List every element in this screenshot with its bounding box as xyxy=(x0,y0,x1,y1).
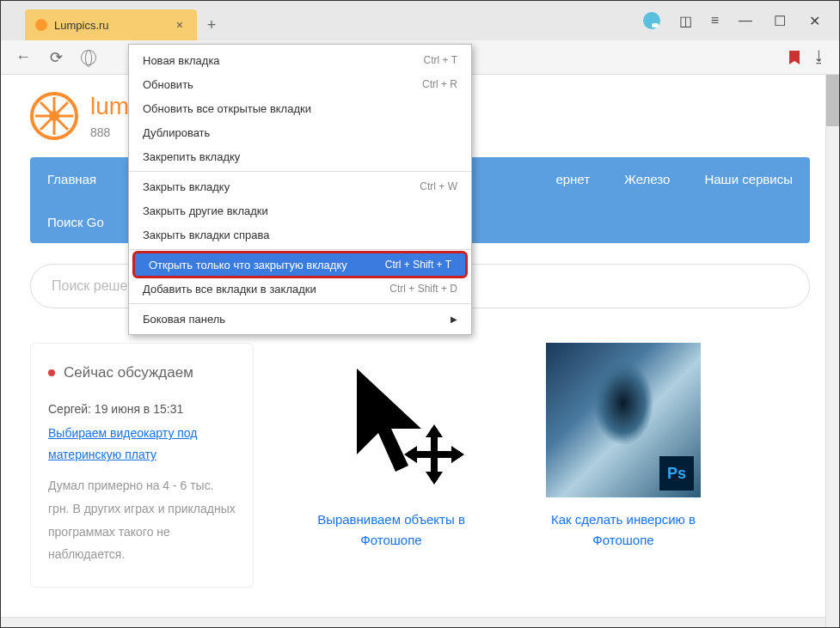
menu-item-label: Добавить все вкладки в закладки xyxy=(143,283,316,296)
tab-strip: Lumpics.ru × + ◫ ≡ — ☐ ✕ xyxy=(1,1,839,40)
menu-item-label: Обновить все открытые вкладки xyxy=(143,102,311,115)
nav-home[interactable]: Главная xyxy=(30,172,113,186)
tab-title: Lumpics.ru xyxy=(54,19,166,32)
site-logo[interactable] xyxy=(30,92,78,140)
site-info-icon[interactable] xyxy=(78,47,99,68)
scrollbar-thumb[interactable] xyxy=(826,75,839,126)
discussion-text: Думал примерно на 4 - 6 тыс. грн. В друг… xyxy=(48,474,236,565)
downloads-button[interactable]: ⭳ xyxy=(812,48,827,66)
menu-item[interactable]: Новая вкладкаCtrl + T xyxy=(129,48,471,72)
article-title[interactable]: Выравниваем объекты в Фотошопе xyxy=(297,509,486,551)
menu-item[interactable]: Боковая панель▶ xyxy=(129,307,471,331)
menu-icon[interactable]: ≡ xyxy=(711,13,719,28)
reload-button[interactable]: ⟳ xyxy=(46,47,66,68)
ps-badge-icon: Ps xyxy=(659,456,694,491)
menu-shortcut: Ctrl + T xyxy=(424,54,457,66)
discussion-meta: Сергей: 19 июня в 15:31 xyxy=(48,402,236,416)
menu-item[interactable]: Закрыть вкладкуCtrl + W xyxy=(129,174,471,198)
nav-hardware[interactable]: Железо xyxy=(607,172,687,186)
menu-item-label: Закрыть вкладки справа xyxy=(143,229,269,241)
bookmarks-panel-icon[interactable]: ◫ xyxy=(679,13,692,29)
menu-item-label: Боковая панель xyxy=(143,313,225,326)
article-card-align[interactable]: Выравниваем объекты в Фотошопе xyxy=(297,343,486,588)
menu-item[interactable]: Закрыть вкладки справа xyxy=(129,223,471,247)
menu-shortcut: Ctrl + W xyxy=(420,180,457,192)
menu-item[interactable]: Добавить все вкладки в закладкиCtrl + Sh… xyxy=(129,277,471,301)
nav-internet[interactable]: ернет xyxy=(538,172,607,186)
close-window-button[interactable]: ✕ xyxy=(806,13,822,28)
menu-item-label: Обновить xyxy=(143,78,193,91)
menu-item[interactable]: Обновить все открытые вкладки xyxy=(129,96,471,120)
nav-services[interactable]: Наши сервисы xyxy=(687,172,810,186)
discussion-heading: Сейчас обсуждаем xyxy=(64,364,193,381)
menu-shortcut: Ctrl + Shift + T xyxy=(385,259,451,271)
menu-divider xyxy=(129,171,471,172)
menu-item-label: Закрепить вкладку xyxy=(143,150,240,163)
menu-item[interactable]: Дублировать xyxy=(129,120,471,144)
menu-item[interactable]: Закрыть другие вкладки xyxy=(129,198,471,223)
tab-context-menu: Новая вкладкаCtrl + TОбновитьCtrl + RОбн… xyxy=(128,44,472,335)
vertical-scrollbar[interactable] xyxy=(825,75,839,627)
menu-shortcut: Ctrl + R xyxy=(422,78,457,90)
article-thumb xyxy=(314,343,469,497)
menu-item[interactable]: Открыть только что закрытую вкладкуCtrl … xyxy=(132,251,468,278)
back-button[interactable]: ← xyxy=(13,47,34,68)
discussion-card: Сейчас обсуждаем Сергей: 19 июня в 15:31… xyxy=(30,343,254,588)
article-thumb: Ps xyxy=(546,343,701,497)
menu-item-label: Новая вкладка xyxy=(143,54,220,67)
discussion-link[interactable]: Выбираем видеокарту под материнскую плат… xyxy=(48,423,236,466)
menu-item-label: Дублировать xyxy=(143,126,210,139)
menu-item[interactable]: Закрепить вкладку xyxy=(129,144,471,168)
weather-icon[interactable] xyxy=(643,12,660,29)
menu-divider xyxy=(129,249,471,250)
live-dot-icon xyxy=(48,369,55,376)
bookmark-icon[interactable] xyxy=(789,51,800,64)
menu-item-label: Закрыть другие вкладки xyxy=(143,204,268,217)
tab-favicon xyxy=(35,19,47,31)
content-row: Сейчас обсуждаем Сергей: 19 июня в 15:31… xyxy=(1,308,839,622)
minimize-button[interactable]: — xyxy=(738,13,753,28)
nav-google-search[interactable]: Поиск Go xyxy=(30,215,121,229)
menu-shortcut: Ctrl + Shift + D xyxy=(389,283,457,295)
article-title[interactable]: Как сделать инверсию в Фотошопе xyxy=(529,509,718,551)
maximize-button[interactable]: ☐ xyxy=(772,13,788,28)
horizontal-scrollbar[interactable] xyxy=(1,617,825,627)
article-card-invert[interactable]: Ps Как сделать инверсию в Фотошопе xyxy=(529,343,718,588)
menu-item-label: Закрыть вкладку xyxy=(143,180,230,193)
menu-item[interactable]: ОбновитьCtrl + R xyxy=(129,72,471,96)
menu-divider xyxy=(129,303,471,304)
menu-item-label: Открыть только что закрытую вкладку xyxy=(149,259,347,271)
title-bar-controls: ◫ ≡ — ☐ ✕ xyxy=(643,1,839,40)
tab-close-button[interactable]: × xyxy=(173,18,187,32)
browser-tab[interactable]: Lumpics.ru × xyxy=(25,9,197,40)
submenu-arrow-icon: ▶ xyxy=(451,314,457,324)
new-tab-button[interactable]: + xyxy=(197,9,226,40)
